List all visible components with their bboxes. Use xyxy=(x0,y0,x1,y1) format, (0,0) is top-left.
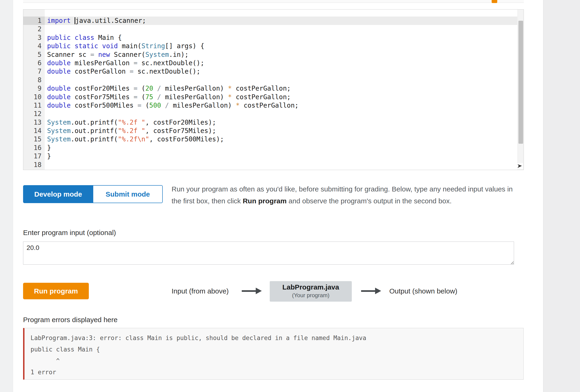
flow-input-label: Input (from above) xyxy=(171,287,229,295)
flow-output-label: Output (shown below) xyxy=(389,287,457,295)
code-line[interactable]: 18 xyxy=(23,161,517,169)
line-number: 18 xyxy=(23,161,45,169)
line-number: 3 xyxy=(23,34,45,42)
line-number: 16 xyxy=(23,144,45,152)
code-line[interactable]: 16} xyxy=(23,144,517,152)
right-margin-strip xyxy=(543,0,580,392)
code-line[interactable]: 8 xyxy=(23,76,517,84)
line-number: 7 xyxy=(23,67,45,76)
code-line[interactable]: 14System.out.printf("%.2f ", costFor75Mi… xyxy=(23,127,517,135)
textarea-resize-grip-icon[interactable] xyxy=(510,260,514,264)
develop-mode-button[interactable]: Develop mode xyxy=(23,185,93,203)
code-line[interactable]: 7double costPerGallon = sc.nextDouble(); xyxy=(23,67,517,76)
code-line[interactable]: 6double milesPerGallon = sc.nextDouble()… xyxy=(23,59,517,67)
code-line[interactable]: 2 xyxy=(23,25,517,33)
code-line[interactable]: 17} xyxy=(23,152,517,161)
scroll-corner-icon xyxy=(516,163,523,169)
code-line[interactable]: 10double costFor75Miles = (75 / milesPer… xyxy=(23,93,517,101)
editor-scrollbar[interactable] xyxy=(518,9,524,170)
line-number: 17 xyxy=(23,152,45,161)
program-file-name: LabProgram.java xyxy=(270,283,352,291)
line-number: 14 xyxy=(23,127,45,135)
code-line[interactable]: 4public static void main(String[] args) … xyxy=(23,42,517,50)
code-line[interactable]: 5Scanner sc = new Scanner(System.in); xyxy=(23,51,517,59)
flow-arrow-icon xyxy=(242,288,262,295)
program-input-label: Enter program input (optional) xyxy=(23,229,116,237)
line-number: 1 xyxy=(23,16,45,25)
program-input-textarea[interactable]: 20.0 xyxy=(23,242,514,265)
code-lines: 1import java.util.Scanner;23public class… xyxy=(23,16,517,169)
line-number: 8 xyxy=(23,76,45,84)
line-number: 6 xyxy=(23,59,45,67)
line-number: 2 xyxy=(23,25,45,33)
instructions-text: Run your program as often as you'd like,… xyxy=(171,183,520,207)
error-line: 1 error xyxy=(30,367,523,378)
line-number: 15 xyxy=(23,135,45,143)
scrollbar-thumb[interactable] xyxy=(518,21,523,144)
error-line: public class Main { xyxy=(30,344,523,355)
top-toolbar-edge xyxy=(23,0,524,3)
program-file-box: LabProgram.java (Your program) xyxy=(270,281,352,302)
mode-toggle: Develop mode Submit mode xyxy=(23,185,163,203)
program-input-wrap: 20.0 xyxy=(23,242,514,265)
error-line: ^ xyxy=(30,355,523,367)
line-number: 4 xyxy=(23,42,45,50)
page: 1import java.util.Scanner;23public class… xyxy=(0,0,580,392)
error-line: LabProgram.java:3: error: class Main is … xyxy=(30,332,523,344)
run-program-button[interactable]: Run program xyxy=(23,283,89,299)
line-number: 9 xyxy=(23,84,45,93)
line-number: 11 xyxy=(23,101,45,110)
code-line[interactable]: 3public class Main { xyxy=(23,34,517,42)
code-line[interactable]: 12 xyxy=(23,110,517,118)
program-errors-output: LabProgram.java:3: error: class Main is … xyxy=(23,328,524,380)
left-margin-strip xyxy=(0,0,13,392)
program-file-subtitle: (Your program) xyxy=(270,292,352,298)
orange-indicator-icon xyxy=(492,0,497,3)
flow-arrow-icon xyxy=(361,288,382,295)
line-number: 5 xyxy=(23,51,45,59)
arrow-glyph-icon xyxy=(517,164,522,168)
submit-mode-button[interactable]: Submit mode xyxy=(93,185,163,203)
line-number: 13 xyxy=(23,118,45,127)
line-number: 12 xyxy=(23,110,45,118)
code-line[interactable]: 11double costFor500Miles = (500 / milesP… xyxy=(23,101,517,110)
code-line[interactable]: 13System.out.printf("%.2f ", costFor20Mi… xyxy=(23,118,517,127)
code-editor[interactable]: 1import java.util.Scanner;23public class… xyxy=(23,9,524,170)
line-number: 10 xyxy=(23,93,45,101)
code-line[interactable]: 15System.out.printf("%.2f\n", costFor500… xyxy=(23,135,517,143)
code-line[interactable]: 9double costFor20Miles = (20 / milesPerG… xyxy=(23,84,517,93)
code-line[interactable]: 1import java.util.Scanner; xyxy=(23,16,517,25)
program-errors-label: Program errors displayed here xyxy=(23,316,118,324)
